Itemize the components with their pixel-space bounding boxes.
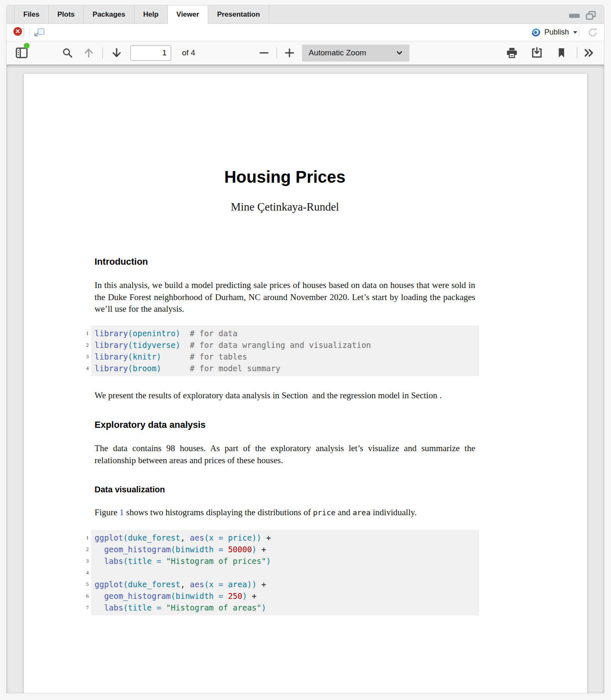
refresh-button[interactable] (587, 27, 598, 38)
search-icon (62, 47, 73, 59)
publish-label: Publish (544, 28, 569, 37)
sidebar-toggle-button[interactable] (13, 45, 30, 61)
paragraph-intro: In this analysis, we build a model predi… (95, 279, 475, 315)
tab-plots[interactable]: Plots (49, 5, 84, 23)
code-line: 3library(knitr) # for tables (95, 351, 479, 362)
line-number: 3 (73, 555, 89, 567)
code-line: 2 geom_histogram(binwidth = 50000) + (95, 544, 479, 555)
download-button[interactable] (529, 45, 545, 61)
page-down-icon (110, 47, 123, 59)
paragraph-eda: The data contains 98 houses. As part of … (95, 442, 475, 466)
pane-tab-bar: Files Plots Packages Help Viewer Present… (7, 5, 604, 24)
bookmark-button[interactable] (554, 45, 569, 60)
notification-dot (24, 43, 30, 49)
code-block-ggplot: 1ggplot(duke_forest, aes(x = price)) +2 … (91, 530, 479, 616)
zoom-in-icon (284, 47, 295, 59)
zoom-out-icon (258, 47, 270, 59)
zoom-in-button[interactable] (282, 45, 297, 60)
bookmark-icon (556, 47, 567, 59)
code-line: 2library(tidyverse) # for data wrangling… (95, 339, 479, 351)
publish-connect-icon (531, 27, 541, 37)
code-line: 3 labs(title = "Histogram of prices") (95, 555, 479, 567)
download-icon (531, 47, 543, 59)
tab-presentation[interactable]: Presentation (208, 5, 269, 23)
more-tools-button[interactable] (581, 45, 597, 61)
clear-viewer-icon: ✕ (13, 27, 22, 36)
code-line: 1ggplot(duke_forest, aes(x = price)) + (95, 532, 479, 544)
paragraph-figure: Figure 1 shows two histograms displaying… (95, 506, 475, 519)
code-line: 5ggplot(duke_forest, aes(x = area)) + (95, 578, 479, 590)
zoom-select-value: Automatic Zoom (309, 48, 366, 57)
rstudio-viewer-pane: Files Plots Packages Help Viewer Present… (6, 5, 604, 693)
subsection-heading-dataviz: Data visualization (95, 485, 475, 494)
line-number: 4 (73, 567, 89, 578)
line-number: 6 (73, 590, 89, 602)
refresh-icon (587, 27, 598, 38)
more-tools-icon (582, 47, 596, 59)
pdf-viewport[interactable]: Housing Prices Mine Çetinkaya-Rundel Int… (7, 65, 604, 693)
page-up-icon (82, 47, 95, 59)
separator (579, 28, 579, 37)
popout-button[interactable] (34, 27, 45, 37)
print-icon (506, 47, 518, 59)
chevron-down-icon (396, 50, 403, 56)
viewer-toolbar: ✕ Publish (7, 24, 604, 41)
document-author: Mine Çetinkaya-Rundel (95, 201, 475, 213)
separator (577, 47, 577, 58)
paragraph-sections: We present the results of exploratory da… (95, 390, 475, 402)
page-number-input[interactable] (130, 45, 171, 61)
clear-viewer-button[interactable]: ✕ (13, 27, 26, 38)
print-button[interactable] (504, 45, 520, 61)
tab-files[interactable]: Files (14, 5, 49, 23)
line-number: 1 (73, 328, 89, 339)
zoom-select[interactable]: Automatic Zoom (302, 45, 409, 62)
tab-help[interactable]: Help (135, 5, 168, 23)
page-down-button[interactable] (109, 45, 125, 61)
code-line: 4library(broom) # for model summary (95, 362, 479, 374)
minimize-pane-icon[interactable] (569, 14, 580, 18)
code-block-libraries: 1library(openintro) # for data2library(t… (91, 325, 479, 376)
line-number: 2 (73, 544, 89, 555)
dropdown-caret-icon (573, 31, 577, 34)
tab-viewer[interactable]: Viewer (168, 5, 209, 24)
page-up-button[interactable] (81, 45, 97, 61)
line-number: 5 (73, 578, 89, 590)
publish-button[interactable]: Publish (531, 27, 577, 37)
section-heading-eda: Exploratory data analysis (95, 420, 475, 430)
pdf-page: Housing Prices Mine Çetinkaya-Rundel Int… (24, 74, 587, 693)
code-line: 4 (95, 567, 479, 578)
zoom-out-button[interactable] (257, 45, 272, 60)
section-heading-introduction: Introduction (95, 256, 475, 267)
maximize-pane-icon[interactable] (586, 11, 596, 21)
code-line: 6 geom_histogram(binwidth = 250) + (95, 590, 479, 602)
tab-packages[interactable]: Packages (84, 5, 134, 23)
document-title: Housing Prices (95, 74, 475, 186)
line-number: 3 (73, 351, 89, 362)
line-number: 7 (73, 602, 89, 613)
pdf-toolbar: of 4 Automatic Zoom (7, 41, 604, 65)
find-button[interactable] (60, 45, 75, 60)
code-line: 7 labs(title = "Histogram of areas") (95, 602, 479, 613)
page-count-label: of 4 (182, 48, 195, 57)
separator (30, 28, 30, 37)
figure-link[interactable]: 1 (120, 507, 124, 517)
code-line: 1library(openintro) # for data (95, 328, 479, 339)
separator (102, 47, 103, 58)
line-number: 1 (73, 532, 89, 544)
separator (277, 47, 277, 58)
line-number: 2 (73, 339, 89, 351)
popout-arrow-icon (34, 30, 40, 37)
line-number: 4 (73, 362, 89, 374)
